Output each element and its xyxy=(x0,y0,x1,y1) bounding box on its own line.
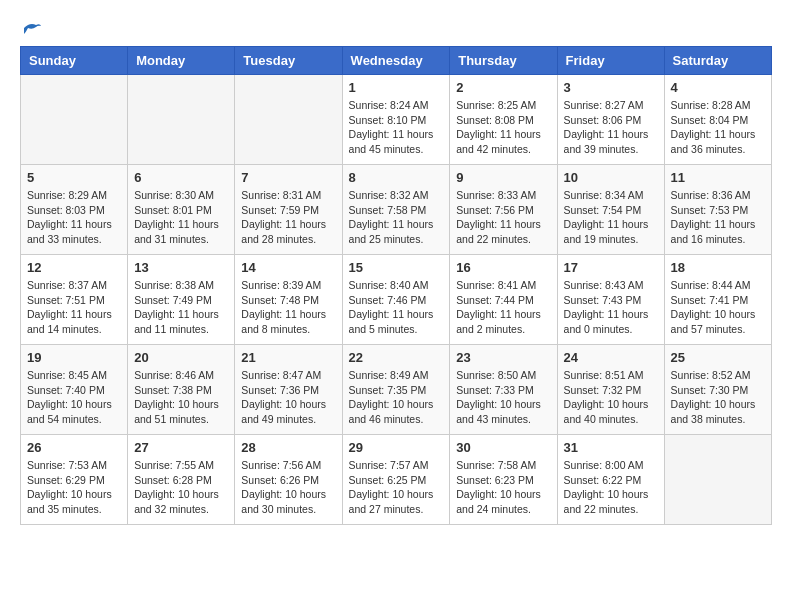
day-info: Sunrise: 7:58 AM Sunset: 6:23 PM Dayligh… xyxy=(456,458,550,517)
calendar-week-row: 1Sunrise: 8:24 AM Sunset: 8:10 PM Daylig… xyxy=(21,75,772,165)
calendar-cell: 31Sunrise: 8:00 AM Sunset: 6:22 PM Dayli… xyxy=(557,435,664,525)
calendar-cell: 20Sunrise: 8:46 AM Sunset: 7:38 PM Dayli… xyxy=(128,345,235,435)
page-header xyxy=(20,20,772,36)
calendar-cell: 22Sunrise: 8:49 AM Sunset: 7:35 PM Dayli… xyxy=(342,345,450,435)
day-info: Sunrise: 8:33 AM Sunset: 7:56 PM Dayligh… xyxy=(456,188,550,247)
day-number: 24 xyxy=(564,350,658,365)
calendar-cell: 11Sunrise: 8:36 AM Sunset: 7:53 PM Dayli… xyxy=(664,165,771,255)
calendar-cell: 1Sunrise: 8:24 AM Sunset: 8:10 PM Daylig… xyxy=(342,75,450,165)
day-number: 11 xyxy=(671,170,765,185)
calendar-day-header: Friday xyxy=(557,47,664,75)
calendar-cell: 28Sunrise: 7:56 AM Sunset: 6:26 PM Dayli… xyxy=(235,435,342,525)
day-number: 17 xyxy=(564,260,658,275)
calendar-cell: 17Sunrise: 8:43 AM Sunset: 7:43 PM Dayli… xyxy=(557,255,664,345)
calendar-cell: 10Sunrise: 8:34 AM Sunset: 7:54 PM Dayli… xyxy=(557,165,664,255)
day-number: 31 xyxy=(564,440,658,455)
day-info: Sunrise: 8:43 AM Sunset: 7:43 PM Dayligh… xyxy=(564,278,658,337)
day-number: 15 xyxy=(349,260,444,275)
day-info: Sunrise: 7:57 AM Sunset: 6:25 PM Dayligh… xyxy=(349,458,444,517)
calendar-week-row: 5Sunrise: 8:29 AM Sunset: 8:03 PM Daylig… xyxy=(21,165,772,255)
calendar-cell: 26Sunrise: 7:53 AM Sunset: 6:29 PM Dayli… xyxy=(21,435,128,525)
day-info: Sunrise: 7:56 AM Sunset: 6:26 PM Dayligh… xyxy=(241,458,335,517)
calendar-cell: 6Sunrise: 8:30 AM Sunset: 8:01 PM Daylig… xyxy=(128,165,235,255)
calendar-day-header: Thursday xyxy=(450,47,557,75)
calendar-week-row: 26Sunrise: 7:53 AM Sunset: 6:29 PM Dayli… xyxy=(21,435,772,525)
calendar-header-row: SundayMondayTuesdayWednesdayThursdayFrid… xyxy=(21,47,772,75)
day-number: 25 xyxy=(671,350,765,365)
day-info: Sunrise: 8:49 AM Sunset: 7:35 PM Dayligh… xyxy=(349,368,444,427)
calendar-cell: 3Sunrise: 8:27 AM Sunset: 8:06 PM Daylig… xyxy=(557,75,664,165)
calendar-day-header: Sunday xyxy=(21,47,128,75)
day-number: 1 xyxy=(349,80,444,95)
day-number: 6 xyxy=(134,170,228,185)
day-number: 14 xyxy=(241,260,335,275)
logo-bird-icon xyxy=(22,20,42,36)
day-number: 7 xyxy=(241,170,335,185)
day-number: 13 xyxy=(134,260,228,275)
day-info: Sunrise: 8:37 AM Sunset: 7:51 PM Dayligh… xyxy=(27,278,121,337)
calendar-cell xyxy=(664,435,771,525)
day-info: Sunrise: 8:50 AM Sunset: 7:33 PM Dayligh… xyxy=(456,368,550,427)
calendar-cell: 24Sunrise: 8:51 AM Sunset: 7:32 PM Dayli… xyxy=(557,345,664,435)
calendar-cell: 5Sunrise: 8:29 AM Sunset: 8:03 PM Daylig… xyxy=(21,165,128,255)
calendar-cell: 13Sunrise: 8:38 AM Sunset: 7:49 PM Dayli… xyxy=(128,255,235,345)
day-info: Sunrise: 8:36 AM Sunset: 7:53 PM Dayligh… xyxy=(671,188,765,247)
day-number: 10 xyxy=(564,170,658,185)
calendar-cell: 2Sunrise: 8:25 AM Sunset: 8:08 PM Daylig… xyxy=(450,75,557,165)
day-number: 21 xyxy=(241,350,335,365)
day-info: Sunrise: 8:31 AM Sunset: 7:59 PM Dayligh… xyxy=(241,188,335,247)
day-number: 20 xyxy=(134,350,228,365)
day-info: Sunrise: 8:39 AM Sunset: 7:48 PM Dayligh… xyxy=(241,278,335,337)
day-info: Sunrise: 8:00 AM Sunset: 6:22 PM Dayligh… xyxy=(564,458,658,517)
day-number: 28 xyxy=(241,440,335,455)
calendar-table: SundayMondayTuesdayWednesdayThursdayFrid… xyxy=(20,46,772,525)
day-number: 22 xyxy=(349,350,444,365)
calendar-week-row: 12Sunrise: 8:37 AM Sunset: 7:51 PM Dayli… xyxy=(21,255,772,345)
day-number: 4 xyxy=(671,80,765,95)
day-info: Sunrise: 8:25 AM Sunset: 8:08 PM Dayligh… xyxy=(456,98,550,157)
calendar-day-header: Monday xyxy=(128,47,235,75)
day-number: 8 xyxy=(349,170,444,185)
day-number: 19 xyxy=(27,350,121,365)
calendar-cell: 27Sunrise: 7:55 AM Sunset: 6:28 PM Dayli… xyxy=(128,435,235,525)
day-number: 29 xyxy=(349,440,444,455)
calendar-cell: 8Sunrise: 8:32 AM Sunset: 7:58 PM Daylig… xyxy=(342,165,450,255)
day-info: Sunrise: 8:34 AM Sunset: 7:54 PM Dayligh… xyxy=(564,188,658,247)
calendar-cell: 12Sunrise: 8:37 AM Sunset: 7:51 PM Dayli… xyxy=(21,255,128,345)
calendar-cell xyxy=(128,75,235,165)
calendar-day-header: Tuesday xyxy=(235,47,342,75)
day-number: 5 xyxy=(27,170,121,185)
day-number: 2 xyxy=(456,80,550,95)
calendar-cell: 23Sunrise: 8:50 AM Sunset: 7:33 PM Dayli… xyxy=(450,345,557,435)
logo xyxy=(20,20,42,36)
day-number: 3 xyxy=(564,80,658,95)
calendar-cell: 7Sunrise: 8:31 AM Sunset: 7:59 PM Daylig… xyxy=(235,165,342,255)
day-number: 16 xyxy=(456,260,550,275)
calendar-cell: 15Sunrise: 8:40 AM Sunset: 7:46 PM Dayli… xyxy=(342,255,450,345)
day-info: Sunrise: 8:46 AM Sunset: 7:38 PM Dayligh… xyxy=(134,368,228,427)
day-info: Sunrise: 8:52 AM Sunset: 7:30 PM Dayligh… xyxy=(671,368,765,427)
calendar-cell: 19Sunrise: 8:45 AM Sunset: 7:40 PM Dayli… xyxy=(21,345,128,435)
calendar-cell: 14Sunrise: 8:39 AM Sunset: 7:48 PM Dayli… xyxy=(235,255,342,345)
calendar-cell: 21Sunrise: 8:47 AM Sunset: 7:36 PM Dayli… xyxy=(235,345,342,435)
day-info: Sunrise: 7:53 AM Sunset: 6:29 PM Dayligh… xyxy=(27,458,121,517)
day-number: 9 xyxy=(456,170,550,185)
day-info: Sunrise: 8:38 AM Sunset: 7:49 PM Dayligh… xyxy=(134,278,228,337)
calendar-cell: 4Sunrise: 8:28 AM Sunset: 8:04 PM Daylig… xyxy=(664,75,771,165)
calendar-cell: 16Sunrise: 8:41 AM Sunset: 7:44 PM Dayli… xyxy=(450,255,557,345)
day-number: 26 xyxy=(27,440,121,455)
day-number: 12 xyxy=(27,260,121,275)
day-info: Sunrise: 8:51 AM Sunset: 7:32 PM Dayligh… xyxy=(564,368,658,427)
calendar-cell: 30Sunrise: 7:58 AM Sunset: 6:23 PM Dayli… xyxy=(450,435,557,525)
day-info: Sunrise: 8:40 AM Sunset: 7:46 PM Dayligh… xyxy=(349,278,444,337)
day-number: 30 xyxy=(456,440,550,455)
calendar-cell xyxy=(21,75,128,165)
day-info: Sunrise: 8:30 AM Sunset: 8:01 PM Dayligh… xyxy=(134,188,228,247)
day-info: Sunrise: 8:44 AM Sunset: 7:41 PM Dayligh… xyxy=(671,278,765,337)
day-info: Sunrise: 8:41 AM Sunset: 7:44 PM Dayligh… xyxy=(456,278,550,337)
day-info: Sunrise: 8:32 AM Sunset: 7:58 PM Dayligh… xyxy=(349,188,444,247)
day-info: Sunrise: 8:29 AM Sunset: 8:03 PM Dayligh… xyxy=(27,188,121,247)
day-number: 18 xyxy=(671,260,765,275)
day-number: 23 xyxy=(456,350,550,365)
day-info: Sunrise: 8:45 AM Sunset: 7:40 PM Dayligh… xyxy=(27,368,121,427)
